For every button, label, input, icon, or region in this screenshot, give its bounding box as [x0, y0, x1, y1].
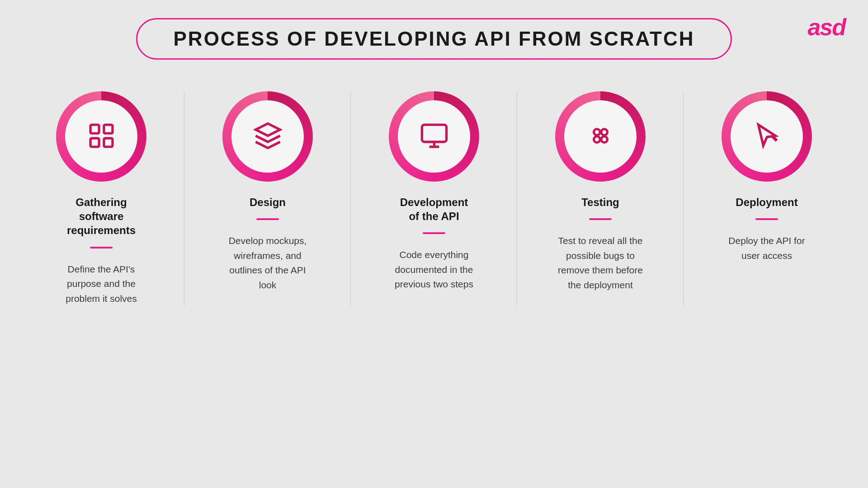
step-deployment-title: Deployment: [736, 195, 797, 209]
svg-rect-0: [90, 125, 99, 133]
step-design-divider: [256, 218, 279, 220]
step-design-title: Design: [250, 195, 286, 209]
dots-icon: [586, 121, 615, 152]
step-testing-description: Test to reveal all thepossible bugs tore…: [558, 234, 643, 292]
svg-point-9: [594, 136, 600, 142]
title-box: PROCESS OF DEVELOPING API FROM SCRATCH: [136, 18, 732, 60]
step-deployment-divider: [755, 218, 778, 220]
box-icon: [253, 121, 283, 152]
step-deployment-description: Deploy the API foruser access: [728, 234, 805, 263]
step-gathering: Gatheringsoftwarerequirements Define the…: [18, 91, 184, 306]
step-development-circle-inner: [398, 100, 470, 173]
step-deployment: Deployment Deploy the API foruser access: [684, 91, 850, 306]
step-design-description: Develop mockups,wireframes, andoutlines …: [229, 234, 307, 292]
step-development-title: Developmentof the API: [400, 195, 468, 223]
step-deployment-circle-inner: [731, 100, 803, 173]
step-design-circle-outer: [222, 91, 313, 182]
svg-rect-1: [104, 125, 112, 133]
grid-icon: [87, 121, 116, 152]
step-testing-title: Testing: [581, 195, 619, 209]
step-gathering-description: Define the API'spurpose and theproblem i…: [66, 262, 137, 306]
step-testing-circle-inner: [564, 100, 637, 173]
step-gathering-divider: [90, 247, 113, 249]
svg-point-8: [601, 129, 607, 135]
step-deployment-circle-outer: [722, 91, 812, 182]
step-testing-circle-outer: [555, 91, 646, 182]
step-design: Design Develop mockups,wireframes, andou…: [184, 91, 351, 306]
step-testing-divider: [589, 218, 612, 220]
step-gathering-title: Gatheringsoftwarerequirements: [67, 195, 136, 238]
svg-rect-4: [422, 125, 446, 142]
step-gathering-circle-inner: [65, 100, 137, 173]
svg-rect-2: [90, 138, 99, 146]
step-development-divider: [423, 232, 445, 234]
step-testing: Testing Test to reveal all thepossible b…: [517, 91, 684, 306]
svg-point-7: [594, 129, 600, 135]
svg-rect-3: [104, 138, 112, 146]
monitor-icon: [420, 121, 449, 152]
steps-container: Gatheringsoftwarerequirements Define the…: [0, 91, 868, 306]
step-development-circle-outer: [389, 91, 479, 182]
title-wrapper: PROCESS OF DEVELOPING API FROM SCRATCH: [0, 18, 868, 60]
step-design-circle-inner: [231, 100, 304, 173]
svg-point-10: [601, 136, 607, 142]
logo: asd: [807, 14, 845, 41]
main-title: PROCESS OF DEVELOPING API FROM SCRATCH: [174, 28, 695, 50]
step-development: Developmentof the API Code everythingdoc…: [351, 91, 517, 306]
step-development-description: Code everythingdocumented in theprevious…: [395, 248, 473, 292]
step-gathering-circle-outer: [56, 91, 146, 182]
cursor-icon: [752, 121, 782, 152]
